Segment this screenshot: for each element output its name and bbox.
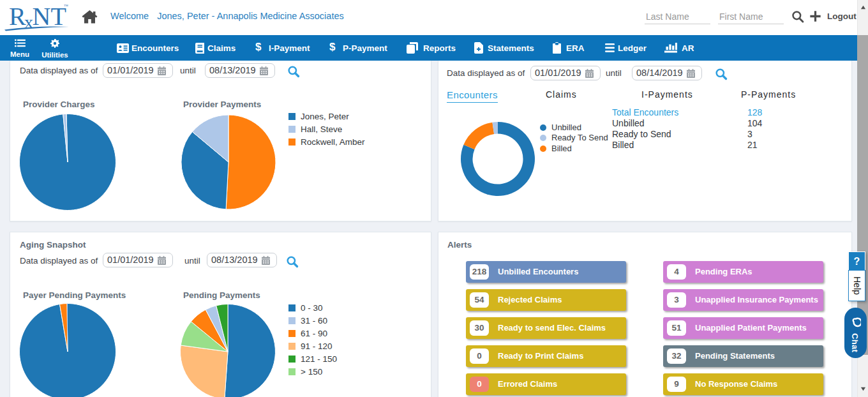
svg-text:R: R — [9, 3, 26, 31]
svg-text:NT: NT — [33, 3, 66, 31]
svg-text:™: ™ — [64, 4, 68, 9]
